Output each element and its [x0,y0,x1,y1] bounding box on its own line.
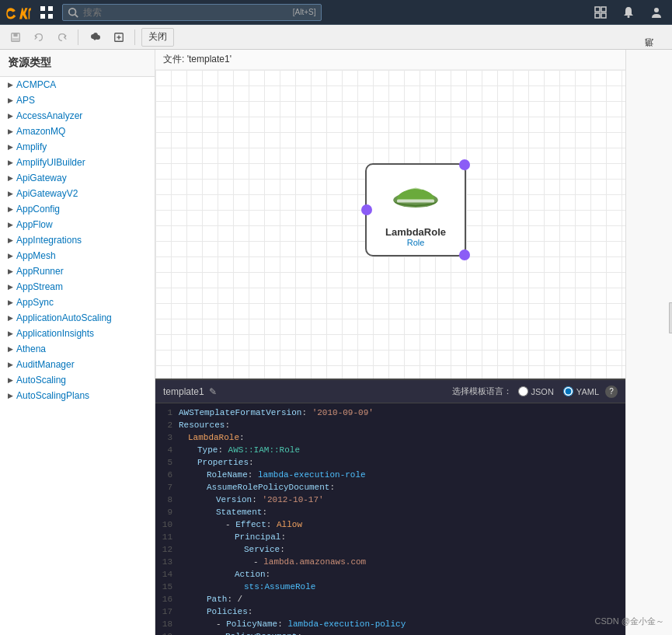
code-line: 5Properties: [155,458,625,470]
code-line: 11Principal: [155,532,625,545]
code-line: 19PolicyDocument: [155,632,625,635]
line-number: 16 [155,595,179,604]
bottom-editor: template1 ✎ 选择模板语言： JSON YAML [155,379,625,635]
svg-point-11 [654,8,659,12]
sidebar-item[interactable]: ▶AppFlow [0,217,155,232]
undo-button[interactable] [30,28,48,47]
sidebar-item[interactable]: ▶ApplicationAutoScaling [0,310,155,326]
svg-rect-6 [595,7,600,12]
arrow-icon: ▶ [8,392,13,399]
sidebar-item[interactable]: ▶AmazonMQ [0,124,155,139]
edit-button[interactable] [110,28,128,47]
svg-rect-14 [12,37,19,40]
sidebar-item[interactable]: ▶Athena [0,341,155,357]
sidebar-item[interactable]: ▶ACMPCA [0,77,155,92]
line-content: Statement: [179,508,625,517]
lambda-node[interactable]: LambdaRole Role [365,163,466,256]
arrow-icon: ▶ [8,267,13,275]
sidebar-item[interactable]: ▶AppConfig [0,201,155,217]
toolbar: 关闭 [0,25,672,50]
close-label: 关闭 [148,30,167,44]
cloud-button[interactable] [85,28,105,47]
sidebar-item[interactable]: ▶AppIntegrations [0,232,155,248]
sidebar-item[interactable]: ▶AmplifyUIBuilder [0,155,155,170]
sidebar-item[interactable]: ▶ApiGatewayV2 [0,186,155,201]
aws-logo [6,5,31,20]
node-title: LambdaRole [385,226,446,238]
search-input[interactable] [78,5,288,20]
yaml-radio[interactable] [563,386,573,396]
sidebar-item[interactable]: ▶AppStream [0,279,155,295]
line-number: 3 [155,433,179,442]
help-icon[interactable]: ? [605,386,618,398]
code-line: 1AWSTemplateFormatVersion: '2010-09-09' [155,408,625,420]
bell-icon[interactable] [619,3,638,22]
line-content: Type: AWS::IAM::Role [179,445,625,455]
svg-rect-2 [40,14,45,19]
redo-button[interactable] [53,28,71,47]
sidebar-item[interactable]: ▶ApiGateway [0,170,155,186]
line-number: 1 [155,408,179,417]
editor-content[interactable]: 1AWSTemplateFormatVersion: '2010-09-09'2… [155,403,625,635]
line-content: Resources: [179,420,625,430]
code-line: 7AssumeRolePolicyDocument: [155,483,625,495]
sidebar-item[interactable]: ▶AppSync [0,295,155,310]
yaml-radio-label[interactable]: YAML [563,386,599,396]
right-panel: 消息 [625,50,672,635]
arrow-icon: ▶ [8,252,13,260]
code-line: 18- PolicyName: lambda-execution-policy [155,619,625,632]
sidebar-item[interactable]: ▶APS [0,92,155,108]
json-radio-label[interactable]: JSON [518,386,554,396]
sidebar-item[interactable]: ▶AppRunner [0,263,155,279]
line-number: 9 [155,508,179,517]
save-button[interactable] [6,28,25,47]
json-radio[interactable] [518,386,528,396]
expand-icon[interactable] [591,3,610,22]
sidebar-item[interactable]: ▶AccessAnalyzer [0,108,155,124]
close-button[interactable]: 关闭 [141,28,174,47]
svg-rect-13 [13,33,17,36]
conn-point-top-right[interactable] [459,159,470,170]
line-number: 12 [155,545,179,554]
conn-point-left[interactable] [361,204,372,215]
code-line: 8Version: '2012-10-17' [155,495,625,508]
line-content: PolicyDocument: [179,632,625,635]
toolbar-divider-1 [78,30,78,45]
svg-line-5 [75,14,78,17]
arrow-icon: ▶ [8,221,13,229]
conn-point-bottom-right[interactable] [459,249,470,260]
sidebar-item[interactable]: ▶AutoScalingPlans [0,388,155,403]
sidebar-item[interactable]: ▶AuditManager [0,357,155,372]
code-line: 9Statement: [155,508,625,520]
svg-rect-7 [601,7,606,12]
sidebar-item[interactable]: ▶ApplicationInsights [0,326,155,341]
yaml-option-label: YAML [576,387,599,396]
arrow-icon: ▶ [8,159,13,166]
sidebar-item[interactable]: ▶AutoScaling [0,372,155,388]
main-area: 资源类型 ▶ACMPCA▶APS▶AccessAnalyzer▶AmazonMQ… [0,50,672,635]
code-line: 17Policies: [155,607,625,619]
line-content: - PolicyName: lambda-execution-policy [179,619,625,629]
top-nav: [Alt+S] [0,0,672,25]
svg-rect-9 [601,13,606,18]
sidebar-collapse-btn[interactable]: ‹ [669,302,672,333]
svg-point-10 [628,16,630,18]
sidebar-item[interactable]: ▶Amplify [0,139,155,155]
radio-group: JSON YAML [518,386,599,396]
line-content: Service: [179,545,625,554]
arrow-icon: ▶ [8,143,13,151]
grid-icon[interactable] [37,3,56,22]
line-content: Version: '2012-10-17' [179,495,625,504]
user-icon[interactable] [647,3,666,22]
sidebar-item[interactable]: ▶AppMesh [0,248,155,263]
line-content: Policies: [179,607,625,616]
arrow-icon: ▶ [8,174,13,182]
code-line: 3LambdaRole: [155,433,625,445]
line-number: 18 [155,619,179,629]
code-line: 12Service: [155,545,625,557]
editor-tab-title: template1 [163,386,204,397]
canvas-editor-area: 文件: 'template1' [155,50,625,635]
line-content: Action: [179,570,625,579]
pencil-icon[interactable]: ✎ [209,386,217,397]
svg-rect-8 [595,13,600,18]
